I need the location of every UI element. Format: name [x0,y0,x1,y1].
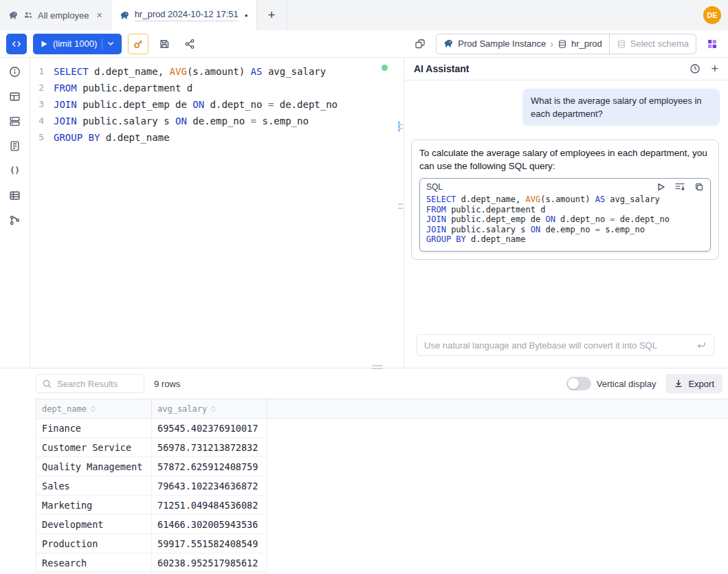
search-results-input[interactable]: Search Results [36,374,144,393]
main-area: () 1SELECT d.dept_name, AVG(s.amount) AS… [0,58,728,368]
schema-diagram-button[interactable] [410,34,430,54]
admin-mode-button[interactable] [128,34,148,54]
table-cell: Customer Service [36,438,152,456]
column-label: avg_salary [157,404,207,414]
sql-line: JOIN public.salary s ON de.emp_no = s.em… [426,225,704,235]
users-icon [23,10,33,20]
code-icon [11,38,22,49]
column-label: dept_name [42,404,87,414]
new-tab-button[interactable]: + [257,0,287,30]
table-cell: 79643.102234636872 [152,476,267,495]
table-row: Marketing71251.049484536082 [36,496,267,515]
save-icon [159,38,170,49]
search-icon [42,379,52,389]
sql-block-label: SQL [426,182,443,192]
avatar[interactable]: DE [703,6,721,24]
table-row: Customer Service56978.731213872832 [36,438,267,457]
editor-status-dot [382,65,388,71]
play-icon [41,40,48,48]
share-button[interactable] [180,34,199,54]
close-icon[interactable]: × [96,10,102,21]
share-icon [184,38,195,49]
key-icon [133,38,144,49]
tab-hr-prod[interactable]: hr_prod 2024-10-12 17:51 ● [111,0,257,30]
ai-conversation: What is the average salary of employees … [404,80,728,368]
run-sql-icon[interactable] [657,183,665,191]
table-cell: Marketing [36,496,152,514]
insert-into-editor-icon[interactable] [674,182,685,192]
ai-prompt-input[interactable]: Use natural language and Bytebase will c… [417,334,714,356]
sort-icon[interactable] [90,406,96,412]
sql-code-block: SQL [419,178,711,252]
results-controls: Search Results 9 rows Vertical display E… [0,368,728,399]
sql-editor[interactable]: 1SELECT d.dept_name, AVG(s.amount) AS av… [30,58,397,368]
brackets-icon[interactable]: () [9,164,21,177]
history-icon[interactable] [690,63,701,74]
row-count: 9 rows [154,379,180,389]
database-name: hr_prod [571,38,602,49]
ai-assistant-title: AI Assistant [414,63,469,74]
export-button[interactable]: Export [665,374,723,393]
unsaved-dot: ● [245,12,248,19]
new-chat-button[interactable]: + [711,63,718,74]
chevron-down-icon[interactable] [107,41,114,46]
connection-selector: Prod Sample Instance › hr_prod Select sc… [436,34,696,54]
toggle-knob [568,378,579,389]
table-cell: 61466.302005943536 [152,515,267,533]
left-icon-sidebar: () [0,58,30,368]
column-header-dept_name[interactable]: dept_name [36,399,152,418]
horizontal-splitter[interactable] [370,365,385,369]
ai-assistant-panel: AI Assistant + What is the average salar… [404,58,728,368]
sql-line: FROM public.department d [426,205,704,215]
table-cell: 60238.952517985612 [152,553,267,572]
column-header-filler [267,399,728,418]
worksheet-icon[interactable] [9,140,21,152]
databases-icon[interactable] [9,115,21,127]
schema-table-icon[interactable] [9,189,21,201]
postgres-icon [443,38,454,49]
schema-diagram-icon [415,38,426,49]
line-number: 3 [30,96,54,113]
table-cell: 56978.731213872832 [152,438,267,456]
vertical-splitter[interactable] [397,58,404,368]
results-table: dept_nameavg_salary Finance69545.4023769… [36,399,728,573]
table-cell: 59917.551582408549 [152,534,267,553]
table-row: Sales79643.102234636872 [36,476,267,496]
line-number: 2 [30,80,54,96]
results-panel: Search Results 9 rows Vertical display E… [0,368,728,574]
line-number: 1 [30,63,54,80]
tab-all-employee[interactable]: All employee × [0,0,111,30]
copy-sql-icon[interactable] [694,182,704,192]
table-cell: Research [36,553,152,572]
table-row: Production59917.551582408549 [36,534,267,553]
toggle-editor-panel-button[interactable] [6,34,27,54]
table-cell: 71251.049484536082 [152,496,267,514]
bytebase-sql-editor: All employee × hr_prod 2024-10-12 17:51 … [0,0,728,574]
sql-line: 4JOIN public.salary s ON de.emp_no = s.e… [30,113,397,129]
info-icon[interactable] [9,65,21,78]
save-sheet-button[interactable] [155,34,174,54]
schema-selector[interactable]: Select schema [609,34,696,54]
user-message: What is the average salary of employees … [522,89,720,126]
vertical-display-label: Vertical display [597,379,657,389]
chevron-right-icon: › [550,38,553,49]
table-cell: Development [36,515,152,533]
editor-lines: 1SELECT d.dept_name, AVG(s.amount) AS av… [30,63,397,146]
schema-editor-button[interactable] [703,34,722,54]
table-row: Research60238.952517985612 [36,553,267,573]
postgres-icon [120,10,130,21]
table-row: Quality Management57872.625912408759 [36,457,267,476]
column-header-avg_salary[interactable]: avg_salary [152,399,267,418]
tab-bar-spacer [287,0,703,30]
run-query-button[interactable]: (limit 1000) [33,34,122,54]
sql-line: 1SELECT d.dept_name, AVG(s.amount) AS av… [30,63,397,80]
vertical-display-toggle[interactable] [566,377,591,390]
tab-bar: All employee × hr_prod 2024-10-12 17:51 … [0,0,728,30]
download-icon [674,379,683,388]
database-icon [558,39,567,49]
sort-icon[interactable] [210,406,217,412]
instance-database-selector[interactable]: Prod Sample Instance › hr_prod [437,34,608,54]
merge-icon[interactable] [9,214,21,226]
table-icon[interactable] [9,90,21,102]
table-cell: 57872.625912408759 [152,457,267,476]
